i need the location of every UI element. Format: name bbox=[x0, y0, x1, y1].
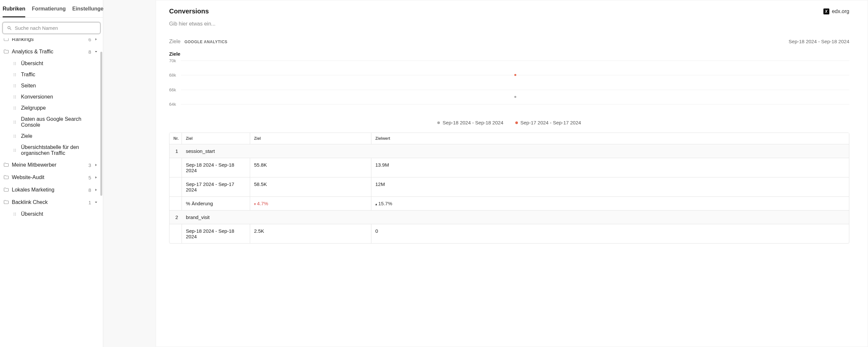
svg-point-22 bbox=[15, 97, 16, 97]
nav-group[interactable]: Meine Mitbewerber3 bbox=[0, 159, 103, 171]
th-zielwert[interactable]: Zielwert bbox=[371, 133, 849, 144]
table-row-change: % Änderung4.7%15.7% bbox=[169, 197, 849, 210]
nav-group[interactable]: Lokales Marketing8 bbox=[0, 184, 103, 196]
drag-handle-icon[interactable] bbox=[12, 83, 17, 88]
nav-group-count: 5 bbox=[89, 175, 91, 180]
table-row: Sep-18 2024 - Sep-18 202455.8K13.9M bbox=[169, 158, 849, 177]
table-header: Nr. Ziel Ziel Zielwert bbox=[169, 133, 849, 144]
nav-group[interactable]: Analytics & Traffic8 bbox=[0, 45, 103, 58]
page-title: Conversions bbox=[169, 7, 209, 15]
svg-point-46 bbox=[15, 150, 16, 150]
table-row: Sep-17 2024 - Sep-17 202458.5K12M bbox=[169, 177, 849, 197]
nav-group-label: Lokales Marketing bbox=[12, 187, 86, 193]
nav-item[interactable]: Seiten bbox=[0, 80, 103, 91]
drag-handle-icon[interactable] bbox=[12, 95, 17, 99]
chart-title: Ziele bbox=[169, 51, 849, 57]
scrollbar-thumb[interactable] bbox=[100, 52, 102, 196]
svg-point-51 bbox=[15, 213, 16, 213]
th-ziel[interactable]: Ziel bbox=[182, 133, 250, 144]
nav-group-rankings[interactable]: Rankings 6 bbox=[0, 38, 103, 45]
th-ziel-value[interactable]: Ziel bbox=[250, 133, 371, 144]
svg-point-11 bbox=[15, 76, 16, 76]
nav-item[interactable]: Übersichtstabelle für den organischen Tr… bbox=[0, 142, 103, 159]
svg-point-36 bbox=[14, 135, 14, 136]
folder-icon bbox=[3, 38, 9, 42]
svg-point-4 bbox=[15, 63, 16, 64]
tab-formatierung[interactable]: Formatierung bbox=[32, 6, 66, 18]
nav-item-label: Ziele bbox=[21, 133, 32, 139]
chevron-right-icon bbox=[94, 175, 98, 180]
nav-item[interactable]: Übersicht bbox=[0, 58, 103, 69]
th-nr[interactable]: Nr. bbox=[169, 133, 182, 144]
nav-item[interactable]: Übersicht bbox=[0, 209, 103, 220]
folder-icon bbox=[3, 162, 9, 168]
nav-group-label: Analytics & Traffic bbox=[12, 49, 86, 55]
goal-index: 1 bbox=[169, 144, 182, 158]
nav-item[interactable]: Ziele bbox=[0, 131, 103, 142]
nav-list[interactable]: Rankings 6 Analytics & Traffic8Übersicht… bbox=[0, 38, 103, 347]
folder-icon bbox=[3, 187, 9, 193]
drag-handle-icon[interactable] bbox=[12, 148, 17, 152]
goal-wert: 13.9M bbox=[371, 158, 849, 177]
search-box[interactable] bbox=[3, 22, 100, 34]
goal-value: 58.5K bbox=[250, 177, 371, 197]
nav-item[interactable]: Konversionen bbox=[0, 91, 103, 102]
tab-rubriken[interactable]: Rubriken bbox=[3, 6, 25, 18]
nav-item[interactable]: Zielgruppe bbox=[0, 102, 103, 114]
drag-handle-icon[interactable] bbox=[12, 61, 17, 66]
svg-point-8 bbox=[14, 76, 14, 76]
svg-point-30 bbox=[14, 121, 14, 122]
svg-point-20 bbox=[14, 98, 14, 99]
drag-handle-icon[interactable] bbox=[12, 134, 17, 138]
svg-point-14 bbox=[14, 87, 14, 88]
svg-point-13 bbox=[14, 85, 14, 86]
nav-group[interactable]: Backlink Check1 bbox=[0, 196, 103, 209]
drag-handle-icon[interactable] bbox=[12, 72, 17, 77]
nav-item-label: Übersicht bbox=[21, 211, 43, 217]
nav-group-count: 6 bbox=[89, 38, 91, 42]
chart-point[interactable] bbox=[514, 96, 516, 98]
chart-point[interactable] bbox=[514, 74, 516, 76]
scrollbar[interactable] bbox=[100, 52, 103, 347]
goal-value: 55.8K bbox=[250, 158, 371, 177]
svg-point-16 bbox=[15, 85, 16, 86]
svg-point-29 bbox=[15, 109, 16, 110]
table-goal-row[interactable]: 1session_start bbox=[169, 144, 849, 158]
svg-point-53 bbox=[15, 215, 16, 216]
nav-group-label: Meine Mitbewerber bbox=[12, 162, 86, 168]
svg-point-26 bbox=[14, 109, 14, 110]
change-value: 15.7% bbox=[375, 201, 392, 206]
nav-group[interactable]: Website-Audit5 bbox=[0, 171, 103, 184]
drag-handle-icon[interactable] bbox=[12, 106, 17, 110]
search-input[interactable] bbox=[15, 25, 96, 31]
legend-series-b[interactable]: Sep-17 2024 - Sep-17 2024 bbox=[515, 120, 581, 126]
nav-item[interactable]: Daten aus Google Search Console bbox=[0, 114, 103, 131]
svg-point-44 bbox=[14, 151, 14, 152]
chart: 70k68k66k64k bbox=[169, 61, 849, 111]
drag-handle-icon[interactable] bbox=[12, 212, 17, 216]
svg-point-25 bbox=[14, 108, 14, 108]
nav-group-count: 1 bbox=[89, 200, 91, 205]
section-badge: GOOGLE ANALYTICS bbox=[185, 40, 227, 44]
nav-item-label: Konversionen bbox=[21, 94, 53, 100]
y-axis-tick: 70k bbox=[169, 58, 176, 63]
svg-point-12 bbox=[14, 84, 14, 85]
tab-einstellungen[interactable]: Einstellungen bbox=[72, 6, 106, 18]
svg-point-47 bbox=[15, 151, 16, 152]
table-goal-row[interactable]: 2brand_visit bbox=[169, 210, 849, 224]
goal-index: 2 bbox=[169, 210, 182, 224]
grid-line bbox=[181, 104, 849, 104]
legend-series-a[interactable]: Sep-18 2024 - Sep-18 2024 bbox=[437, 120, 503, 126]
drag-handle-icon[interactable] bbox=[12, 120, 17, 125]
y-axis-tick: 64k bbox=[169, 102, 176, 106]
goal-wert: 0 bbox=[371, 224, 849, 243]
nav-group-label: Rankings bbox=[12, 38, 86, 42]
svg-point-39 bbox=[15, 135, 16, 136]
folder-icon bbox=[3, 49, 9, 55]
nav-item[interactable]: Traffic bbox=[0, 69, 103, 80]
grid-line bbox=[181, 61, 849, 61]
period-label: Sep-18 2024 - Sep-18 2024 bbox=[182, 158, 250, 177]
page-subtitle[interactable]: Gib hier etwas ein... bbox=[169, 21, 849, 27]
svg-point-7 bbox=[14, 74, 14, 75]
folder-icon bbox=[3, 199, 9, 205]
